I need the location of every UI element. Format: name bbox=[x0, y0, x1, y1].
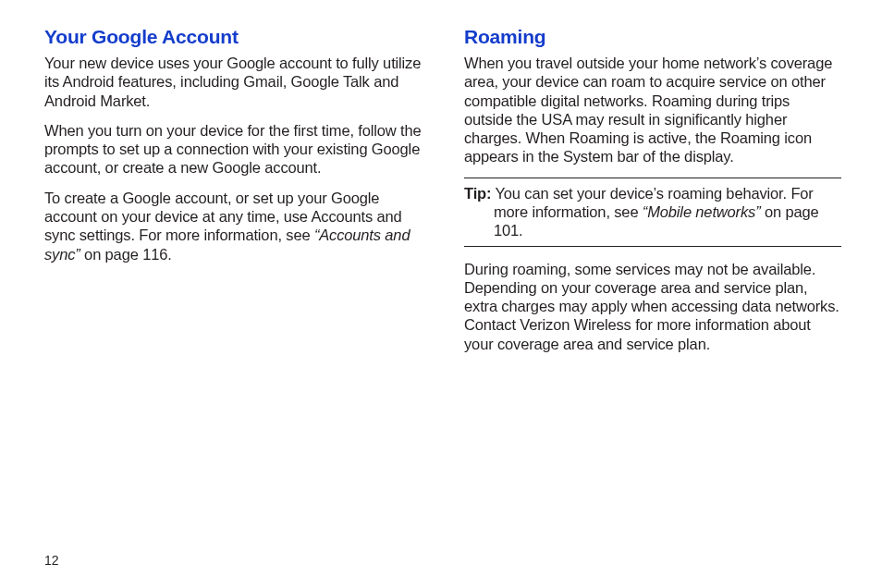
tip-box: Tip: You can set your device’s roaming b… bbox=[464, 178, 841, 247]
heading-google-account: Your Google Account bbox=[44, 26, 422, 48]
page-columns: Your Google Account Your new device uses… bbox=[44, 26, 841, 364]
tip-content: Tip: You can set your device’s roaming b… bbox=[464, 184, 841, 240]
text: on page 116. bbox=[80, 246, 172, 263]
cross-reference: “Mobile networks” bbox=[643, 203, 761, 220]
page-number: 12 bbox=[44, 553, 59, 568]
paragraph: During roaming, some services may not be… bbox=[464, 260, 841, 353]
paragraph: When you turn on your device for the fir… bbox=[44, 121, 422, 178]
heading-roaming: Roaming bbox=[464, 26, 841, 48]
paragraph: When you travel outside your home networ… bbox=[464, 54, 841, 166]
right-column: Roaming When you travel outside your hom… bbox=[464, 26, 841, 364]
tip-label: Tip: bbox=[464, 185, 491, 202]
left-column: Your Google Account Your new device uses… bbox=[44, 26, 422, 364]
paragraph: Your new device uses your Google account… bbox=[44, 54, 422, 110]
paragraph: To create a Google account, or set up yo… bbox=[44, 189, 422, 263]
